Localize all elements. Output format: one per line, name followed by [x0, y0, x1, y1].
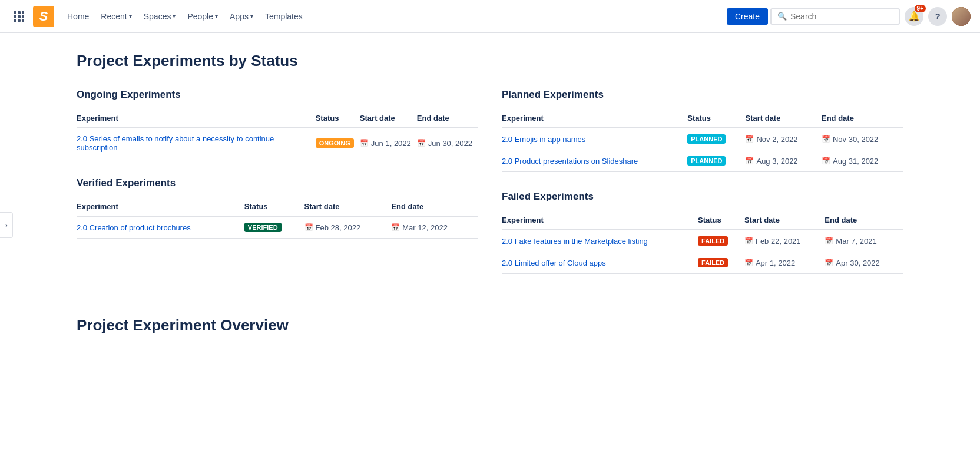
experiment-link[interactable]: 2.0 Emojis in app names	[502, 135, 585, 144]
notification-badge: 9+	[915, 5, 926, 12]
planned-section-title: Planned Experiments	[502, 89, 903, 101]
search-input[interactable]	[790, 12, 893, 21]
status-badge: FAILED	[698, 258, 728, 267]
table-row: 2.0 Emojis in app names PLANNED 📅Nov 2, …	[502, 128, 903, 150]
calendar-icon: 📅	[822, 157, 830, 165]
svg-rect-2	[22, 11, 24, 14]
planned-col-experiment: Experiment	[502, 109, 687, 128]
grid-icon[interactable]	[9, 7, 28, 26]
verified-col-experiment: Experiment	[77, 197, 244, 216]
start-date: 📅Feb 22, 2021	[744, 237, 819, 246]
right-column: Planned Experiments Experiment Status St…	[502, 89, 903, 293]
chevron-right-icon: ›	[5, 220, 8, 230]
verified-section: Verified Experiments Experiment Status S…	[77, 177, 478, 239]
search-box[interactable]: 🔍	[770, 8, 900, 25]
failed-section: Failed Experiments Experiment Status Sta…	[502, 191, 903, 274]
calendar-icon: 📅	[417, 139, 426, 147]
svg-rect-6	[14, 19, 16, 22]
start-date: 📅Feb 28, 2022	[304, 223, 386, 232]
verified-col-status: Status	[244, 197, 304, 216]
create-button[interactable]: Create	[727, 8, 768, 25]
planned-col-status: Status	[687, 109, 745, 128]
failed-col-experiment: Experiment	[502, 211, 698, 230]
search-icon: 🔍	[777, 12, 787, 21]
planned-table: Experiment Status Start date End date 2.…	[502, 109, 903, 172]
logo-letter: S	[33, 6, 54, 27]
main-content: Project Experiments by Status Ongoing Ex…	[48, 33, 932, 353]
table-row: 2.0 Limited offer of Cloud apps FAILED 📅…	[502, 252, 903, 274]
end-date: 📅Jun 30, 2022	[417, 139, 472, 148]
experiments-grid: Ongoing Experiments Experiment Status St…	[77, 89, 903, 293]
overview-title: Project Experiment Overview	[77, 316, 903, 335]
main-navigation: Home Recent ▾ Spaces ▾ People ▾ Apps ▾ T…	[61, 8, 722, 25]
table-row: 2.0 Product presentations on Slideshare …	[502, 150, 903, 172]
calendar-icon: 📅	[745, 135, 754, 143]
nav-recent[interactable]: Recent ▾	[95, 8, 137, 25]
calendar-icon: 📅	[304, 223, 313, 231]
apps-chevron-icon: ▾	[250, 13, 253, 19]
avatar-image	[952, 7, 971, 26]
failed-col-status: Status	[698, 211, 744, 230]
experiment-link[interactable]: 2.0 Limited offer of Cloud apps	[502, 259, 606, 267]
start-date: 📅Jun 1, 2022	[360, 139, 411, 148]
people-chevron-icon: ▾	[215, 13, 218, 19]
status-badge: PLANNED	[687, 156, 726, 166]
svg-rect-1	[18, 11, 21, 14]
verified-col-start: Start date	[304, 197, 392, 216]
start-date: 📅Aug 3, 2022	[745, 157, 816, 166]
status-badge: FAILED	[698, 236, 728, 246]
sidebar-toggle[interactable]: ›	[0, 212, 13, 238]
start-date: 📅Apr 1, 2022	[744, 259, 819, 267]
table-row: 2.0 Creation of product brochures VERIFI…	[77, 216, 478, 239]
recent-chevron-icon: ▾	[129, 13, 132, 19]
svg-rect-5	[22, 15, 24, 18]
calendar-icon: 📅	[745, 157, 754, 165]
notifications-button[interactable]: 🔔 9+	[905, 7, 923, 26]
nav-people[interactable]: People ▾	[181, 8, 224, 25]
spaces-chevron-icon: ▾	[173, 13, 176, 19]
end-date: 📅Mar 12, 2022	[391, 223, 472, 232]
top-navigation: S Home Recent ▾ Spaces ▾ People ▾ Apps ▾…	[0, 0, 980, 33]
experiment-link[interactable]: 2.0 Series of emails to notify about a n…	[77, 134, 274, 152]
avatar[interactable]	[952, 7, 971, 26]
ongoing-section-title: Ongoing Experiments	[77, 89, 478, 101]
planned-section: Planned Experiments Experiment Status St…	[502, 89, 903, 172]
start-date: 📅Nov 2, 2022	[745, 135, 816, 144]
ongoing-col-start: Start date	[360, 109, 417, 128]
failed-section-title: Failed Experiments	[502, 191, 903, 203]
experiment-link[interactable]: 2.0 Fake features in the Marketplace lis…	[502, 237, 648, 246]
end-date: 📅Nov 30, 2022	[822, 135, 898, 144]
svg-rect-3	[14, 15, 16, 18]
help-button[interactable]: ?	[928, 7, 947, 26]
failed-col-end: End date	[825, 211, 903, 230]
nav-home[interactable]: Home	[61, 8, 95, 25]
nav-spaces[interactable]: Spaces ▾	[138, 8, 182, 25]
ongoing-table: Experiment Status Start date End date 2.…	[77, 109, 478, 158]
end-date: 📅Aug 31, 2022	[822, 157, 898, 166]
svg-rect-0	[14, 11, 16, 14]
topnav-right: 🔍 🔔 9+ ?	[770, 7, 971, 26]
calendar-icon: 📅	[744, 259, 753, 267]
table-row: 2.0 Fake features in the Marketplace lis…	[502, 230, 903, 252]
verified-section-title: Verified Experiments	[77, 177, 478, 189]
left-column: Ongoing Experiments Experiment Status St…	[77, 89, 478, 293]
ongoing-col-end: End date	[417, 109, 478, 128]
calendar-icon: 📅	[822, 135, 830, 143]
calendar-icon: 📅	[825, 259, 833, 267]
ongoing-col-status: Status	[316, 109, 360, 128]
failed-table: Experiment Status Start date End date 2.…	[502, 211, 903, 274]
nav-apps[interactable]: Apps ▾	[224, 8, 259, 25]
ongoing-section: Ongoing Experiments Experiment Status St…	[77, 89, 478, 158]
nav-templates[interactable]: Templates	[259, 8, 309, 25]
verified-col-end: End date	[391, 197, 478, 216]
failed-col-start: Start date	[744, 211, 825, 230]
experiment-link[interactable]: 2.0 Product presentations on Slideshare	[502, 157, 638, 166]
svg-rect-8	[22, 19, 24, 22]
logo[interactable]: S	[33, 6, 54, 27]
experiment-link[interactable]: 2.0 Creation of product brochures	[77, 223, 191, 232]
table-row: 2.0 Series of emails to notify about a n…	[77, 128, 478, 158]
status-badge: PLANNED	[687, 134, 726, 144]
end-date: 📅Mar 7, 2021	[825, 237, 898, 246]
svg-rect-7	[18, 19, 21, 22]
calendar-icon: 📅	[744, 237, 753, 245]
